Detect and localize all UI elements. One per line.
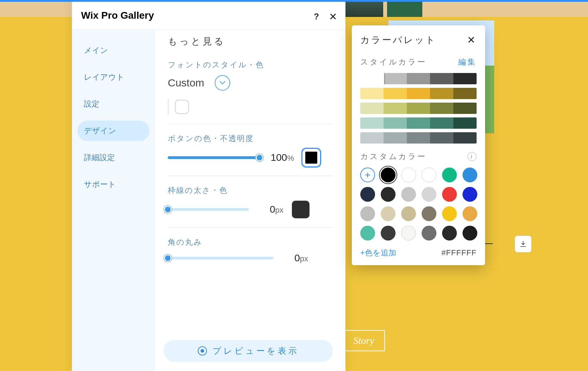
border-color-swatch[interactable] [292,201,310,218]
sidebar-item-layout[interactable]: レイアウト [78,67,149,87]
custom-color-swatch[interactable] [442,206,457,221]
sidebar-item-settings[interactable]: 設定 [78,94,149,114]
sidebar-item-advanced[interactable]: 詳細設定 [78,147,149,168]
style-color-swatch[interactable] [360,117,384,129]
radius-slider[interactable] [168,257,274,260]
opacity-slider[interactable] [168,156,259,159]
divider [168,124,333,124]
more-heading: もっと見る [168,35,333,48]
style-color-swatch[interactable] [453,103,477,114]
custom-color-swatch[interactable] [401,206,416,221]
style-color-swatch[interactable] [360,103,384,114]
style-color-swatch[interactable] [430,73,453,84]
divider [168,176,333,176]
style-color-row [360,103,477,114]
custom-color-swatch[interactable] [463,226,477,241]
gallery-settings-panel: Wix Pro Gallery ? ✕ メイン レイアウト 設定 デザイン 詳細… [72,0,345,371]
sidebar-item-design[interactable]: デザイン [78,121,149,141]
style-color-row [360,132,477,144]
bg-story-button[interactable]: Story [343,330,385,351]
style-color-row [360,73,477,84]
popover-close-icon[interactable]: ✕ [467,34,477,46]
bg-thumb [387,0,422,17]
font-expand-button[interactable] [215,75,230,91]
preview-button-label: プレビューを表示 [213,345,299,357]
style-color-row [360,117,477,129]
panel-header: Wix Pro Gallery ? ✕ [72,0,345,30]
sidebar-item-support[interactable]: サポート [78,174,149,195]
style-color-swatch[interactable] [407,132,430,144]
add-custom-color-button[interactable]: + [360,168,375,182]
style-color-row [360,88,477,99]
custom-color-swatch[interactable] [422,187,436,202]
style-color-swatch[interactable] [430,132,453,144]
add-color-link[interactable]: +色を追加 [360,248,396,258]
close-icon[interactable]: ✕ [329,11,337,23]
style-color-swatch[interactable] [384,73,407,84]
custom-color-swatch[interactable] [422,168,436,182]
border-unit: px [275,206,283,214]
custom-color-swatch[interactable] [381,187,396,202]
radius-label: 角の丸み [168,237,333,248]
info-icon[interactable]: i [467,152,477,161]
style-color-swatch[interactable] [430,88,453,99]
style-color-swatch[interactable] [430,103,453,114]
custom-color-swatch[interactable] [381,206,396,221]
edit-link[interactable]: 編集 [458,57,477,67]
preview-button[interactable]: プレビューを表示 [164,340,333,362]
custom-color-swatch[interactable] [401,226,416,241]
style-color-swatch[interactable] [453,132,477,144]
style-color-swatch[interactable] [407,73,430,84]
style-color-swatch[interactable] [384,117,407,129]
style-color-swatch[interactable] [384,103,407,114]
style-color-swatch[interactable] [384,88,407,99]
custom-color-swatch[interactable] [422,226,436,241]
custom-color-swatch[interactable] [463,168,477,182]
custom-color-swatch[interactable] [442,187,457,202]
style-color-swatch[interactable] [407,117,430,129]
opacity-value: 100 [271,152,287,163]
font-value: Custom [168,77,204,89]
style-color-swatch[interactable] [384,132,407,144]
sidebar-item-main[interactable]: メイン [78,40,149,61]
font-color-swatch[interactable] [175,100,189,114]
style-color-swatch[interactable] [453,117,477,129]
radius-unit: px [300,254,308,263]
style-color-swatch[interactable] [430,117,453,129]
custom-color-swatch[interactable] [381,168,396,182]
border-label: 枠線の太さ・色 [168,185,333,196]
style-color-swatch[interactable] [453,73,477,84]
button-color-swatch[interactable] [302,149,320,166]
style-color-swatch[interactable] [453,88,477,99]
help-icon[interactable]: ? [314,12,319,22]
style-color-swatch[interactable] [360,73,384,84]
style-color-swatch[interactable] [360,88,384,99]
custom-color-swatch[interactable] [360,187,375,202]
style-color-swatch[interactable] [360,132,384,144]
panel-title: Wix Pro Gallery [81,10,154,21]
custom-color-swatch[interactable] [360,206,375,221]
eye-icon [198,346,207,355]
custom-color-swatch[interactable] [381,226,396,241]
custom-color-swatch[interactable] [442,168,457,182]
content-area: もっと見る フォントのスタイル・色 Custom ボタンの色・不透明度 [155,30,345,371]
custom-color-swatch[interactable] [442,226,457,241]
custom-colors-label: カスタムカラー [360,151,427,162]
border-width-slider[interactable] [168,208,249,211]
hex-value: #FFFFFF [441,248,477,257]
style-color-swatch[interactable] [407,103,430,114]
custom-color-swatch[interactable] [463,206,477,221]
custom-color-swatch[interactable] [401,168,416,182]
custom-color-swatch[interactable] [422,206,436,221]
custom-color-swatch[interactable] [360,226,375,241]
border-value: 0 [270,204,275,215]
download-icon[interactable] [515,236,532,253]
divider [168,227,333,228]
sidebar: メイン レイアウト 設定 デザイン 詳細設定 サポート [72,30,155,371]
custom-color-swatch[interactable] [463,187,477,202]
style-color-swatch[interactable] [407,88,430,99]
opacity-unit: % [287,154,294,163]
style-colors-label: スタイルカラー [360,57,427,67]
font-style-label: フォントのスタイル・色 [168,60,333,70]
custom-color-swatch[interactable] [401,187,416,202]
